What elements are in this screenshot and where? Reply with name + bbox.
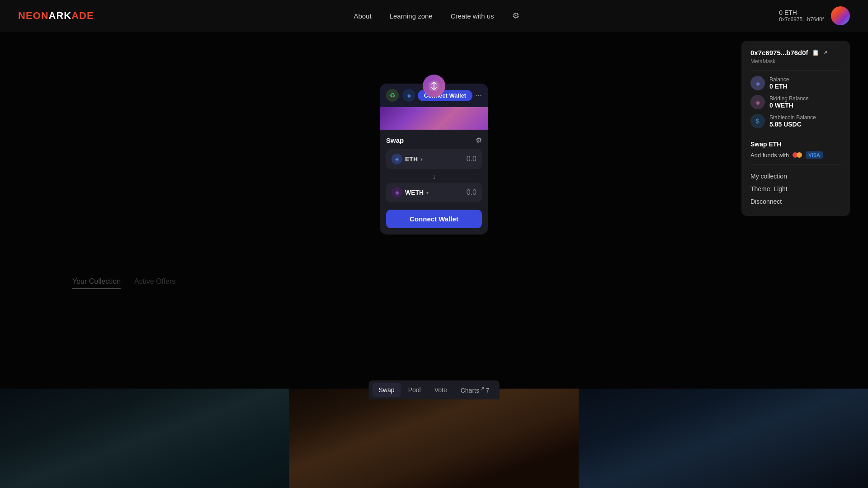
- to-token-selector[interactable]: ◈ WETH ▾: [392, 187, 429, 198]
- balance-label: Balance: [769, 76, 841, 83]
- header-right: 0 ETH 0x7c6975...b76d0f: [779, 6, 850, 25]
- logo: NEONARKADE: [18, 10, 94, 22]
- my-collection-button[interactable]: My collection: [750, 170, 841, 183]
- eth-balance-icon: ◈: [750, 76, 765, 90]
- main-content: Your Collection Active Offers ♻ ◈ Connec…: [0, 32, 868, 488]
- eth-balance-info: Balance 0 ETH: [769, 76, 841, 90]
- logo-neon: NEON: [18, 10, 49, 21]
- nav-create-with-us[interactable]: Create with us: [451, 12, 494, 20]
- nav-about[interactable]: About: [354, 12, 371, 20]
- swap-eth-label: Swap ETH: [750, 141, 841, 148]
- add-funds-button[interactable]: Add funds with VISA: [750, 151, 823, 159]
- swap-label-row: Swap ⚙: [386, 136, 482, 145]
- disconnect-button[interactable]: Disconnect: [750, 195, 841, 208]
- mastercard-icon: [793, 152, 802, 158]
- nav-learning-zone[interactable]: Learning zone: [390, 12, 433, 20]
- divider-3: [750, 164, 841, 164]
- usdc-balance-icon: $: [750, 114, 765, 128]
- from-token-row: ◈ ETH ▾ 0.0: [386, 149, 482, 169]
- usdc-balance-row: $ Stablecoin Balance 5.85 USDC: [750, 114, 841, 128]
- copy-address-button[interactable]: 📋: [812, 49, 819, 56]
- eth-amount: 0 ETH: [779, 9, 824, 16]
- avatar[interactable]: [831, 6, 850, 25]
- swap-direction-arrow: ↓: [386, 173, 482, 181]
- widget-icons: ♻ ◈: [386, 89, 415, 102]
- header: NEONARKADE About Learning zone Create wi…: [0, 0, 868, 32]
- swap-settings-button[interactable]: ⚙: [476, 136, 482, 145]
- wallet-dropdown: 0x7c6975...b76d0f 📋 ↗ MetaMask ◈ Balance…: [741, 41, 850, 216]
- connect-wallet-main-button[interactable]: Connect Wallet: [386, 210, 482, 228]
- eth-token-icon: ◈: [392, 154, 402, 164]
- tab-vote[interactable]: Vote: [428, 383, 453, 397]
- from-token-amount[interactable]: 0.0: [467, 155, 476, 163]
- eth-balance-row: ◈ Balance 0 ETH: [750, 76, 841, 90]
- visa-icon: VISA: [806, 151, 823, 159]
- stablecoin-label: Stablecoin Balance: [769, 114, 841, 121]
- from-token-name: ETH: [405, 155, 418, 163]
- wallet-address: 0x7c6975...b76d0f: [779, 16, 824, 23]
- charts-label: Charts: [461, 387, 479, 394]
- add-funds-text: Add funds with: [750, 152, 789, 159]
- to-token-chevron-icon: ▾: [426, 190, 429, 195]
- widget-top-icon: [423, 75, 445, 97]
- divider-2: [750, 134, 841, 134]
- wallet-info: 0 ETH 0x7c6975...b76d0f: [779, 9, 824, 23]
- main-nav: About Learning zone Create with us ⚙: [354, 11, 519, 21]
- tab-charts[interactable]: Charts ↗ 7: [454, 383, 496, 397]
- weth-balance-icon: ◈: [750, 95, 765, 109]
- tab-swap[interactable]: Swap: [373, 383, 401, 397]
- external-link-button[interactable]: ↗: [823, 49, 828, 56]
- arrow-down-icon: ↓: [432, 173, 436, 181]
- eth-balance-value: 0 ETH: [769, 83, 841, 90]
- weth-balance-value: 0 WETH: [769, 102, 841, 109]
- logo-arcade: ARKADE: [49, 10, 94, 21]
- usdc-balance-value: 5.85 USDC: [769, 121, 841, 128]
- usdc-balance-info: Stablecoin Balance 5.85 USDC: [769, 114, 841, 128]
- bidding-balance-label: Bidding Balance: [769, 95, 841, 102]
- to-token-row: ◈ WETH ▾ 0.0: [386, 183, 482, 202]
- more-options-button[interactable]: ···: [475, 91, 482, 99]
- swap-body: Swap ⚙ ◈ ETH ▾ 0.0 ↓ ◈ WETH: [380, 130, 488, 235]
- weth-token-icon: ◈: [392, 187, 402, 198]
- wallet-provider: MetaMask: [750, 58, 841, 65]
- divider-1: [750, 70, 841, 70]
- weth-balance-row: ◈ Bidding Balance 0 WETH: [750, 95, 841, 109]
- charts-external-icon: ↗: [479, 386, 484, 391]
- to-token-name: WETH: [405, 189, 424, 196]
- recycle-icon: ♻: [386, 89, 399, 102]
- tab-pool[interactable]: Pool: [402, 383, 427, 397]
- from-token-selector[interactable]: ◈ ETH ▾: [392, 154, 423, 164]
- weth-balance-info: Bidding Balance 0 WETH: [769, 95, 841, 109]
- swap-title: Swap: [386, 136, 404, 144]
- settings-icon[interactable]: ⚙: [512, 11, 519, 21]
- dropdown-address: 0x7c6975...b76d0f 📋 ↗: [750, 49, 841, 56]
- swap-widget: ♻ ◈ Connect Wallet ··· Swap ⚙ ◈ ETH ▾ 0.…: [380, 84, 488, 235]
- eth-widget-icon: ◈: [402, 89, 415, 102]
- from-token-chevron-icon: ▾: [420, 157, 423, 162]
- to-token-amount[interactable]: 0.0: [467, 188, 476, 197]
- swap-bottom-tabs: Swap Pool Vote Charts ↗ 7: [369, 380, 500, 399]
- widget-gradient-bar: [380, 107, 488, 130]
- theme-toggle-button[interactable]: Theme: Light: [750, 183, 841, 195]
